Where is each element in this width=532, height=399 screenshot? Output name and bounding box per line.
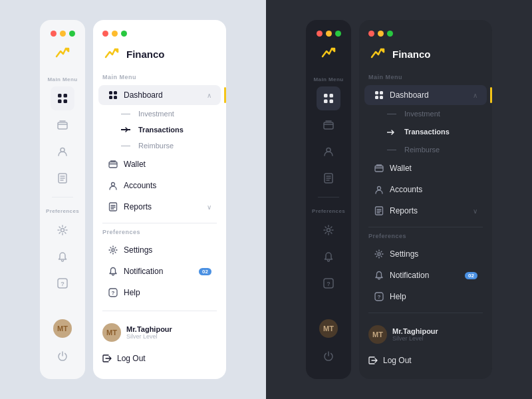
menu-settings-dark[interactable]: Settings: [364, 244, 487, 264]
narrow-avatar-light[interactable]: MT: [53, 319, 72, 338]
wallet-label-light: Wallet: [124, 160, 146, 169]
notification-label-light: Notification: [124, 267, 163, 276]
menu-wallet-dark[interactable]: Wallet: [364, 158, 487, 178]
narrow-help-light[interactable]: ?: [51, 271, 74, 295]
svg-point-17: [112, 249, 114, 251]
menu-dashboard-light[interactable]: Dashboard ∧: [98, 85, 221, 105]
sub-line-light: [121, 114, 130, 114]
narrow-wallet-dark[interactable]: [317, 113, 340, 137]
app-name-light: Financo: [126, 49, 165, 60]
logout-dark[interactable]: Log Out: [359, 350, 492, 370]
menu-accounts-light[interactable]: Accounts: [98, 176, 221, 196]
active-indicator-dark: [490, 87, 492, 103]
svg-rect-31: [380, 91, 383, 94]
wide-dot-red-dark[interactable]: [368, 31, 374, 37]
app-name-dark: Financo: [392, 49, 431, 60]
reports-label-dark: Reports: [390, 206, 418, 215]
sub-line-dark: [387, 114, 396, 114]
svg-rect-12: [109, 96, 112, 99]
divider2-light: [102, 311, 217, 311]
user-name-light: Mr.Taghipour: [126, 325, 172, 333]
wide-dot-green-light[interactable]: [121, 31, 127, 37]
menu-reports-dark[interactable]: Reports ∨: [364, 201, 487, 221]
logout-light[interactable]: Log Out: [93, 348, 226, 368]
sub-reimburse-dark[interactable]: Reimburse: [368, 142, 487, 157]
wide-titlebar-dark: [359, 31, 492, 45]
narrow-settings-light[interactable]: [51, 218, 74, 242]
settings-menu-icon-light: [108, 245, 118, 255]
narrow-notification-light[interactable]: [51, 245, 74, 269]
wide-titlebar-light: [93, 31, 226, 45]
divider-light: [102, 223, 217, 223]
dashboard-menu-icon-dark: [374, 90, 384, 100]
reports-menu-icon-light: [108, 201, 118, 212]
accounts-label-dark: Accounts: [390, 185, 422, 194]
logo-icon-narrow-dark: [320, 45, 337, 71]
dot-yellow-dark[interactable]: [326, 31, 332, 37]
svg-rect-20: [324, 94, 328, 98]
menu-settings-light[interactable]: Settings: [98, 240, 221, 260]
narrow-power-light[interactable]: [51, 344, 74, 368]
titlebar-light: [41, 31, 84, 45]
narrow-power-dark[interactable]: [317, 344, 340, 368]
dashboard-chevron-light: ∧: [207, 92, 211, 99]
narrow-dashboard-dark[interactable]: [317, 86, 340, 110]
notification-menu-icon-light: [108, 266, 118, 277]
transactions-label-light: Transactions: [138, 126, 184, 134]
narrow-sidebar-dark: Main Menu: [306, 20, 351, 379]
sub-line2-dark: [387, 150, 396, 150]
menu-notification-light[interactable]: Notification 02: [98, 261, 221, 281]
notification-label-dark: Notification: [390, 271, 429, 280]
user-profile-dark[interactable]: MT Mr.Taghipour Silver Level: [359, 319, 492, 350]
wide-dot-red-light[interactable]: [102, 31, 108, 37]
menu-accounts-dark[interactable]: Accounts: [364, 180, 487, 200]
avatar-dark: MT: [368, 325, 387, 344]
dot-red[interactable]: [51, 31, 57, 37]
pref-label-dark: Preferences: [359, 233, 492, 243]
narrow-reports-dark[interactable]: [317, 166, 340, 190]
menu-help-light[interactable]: ? Help: [98, 283, 221, 303]
menu-notification-dark[interactable]: Notification 02: [364, 265, 487, 285]
sub-arrow-dark: [387, 126, 396, 138]
svg-rect-1: [64, 94, 68, 98]
menu-reports-light[interactable]: Reports ∨: [98, 197, 221, 217]
narrow-help-dark[interactable]: ?: [317, 271, 340, 295]
menu-wallet-light[interactable]: Wallet: [98, 154, 221, 174]
wide-dot-yellow-dark[interactable]: [378, 31, 384, 37]
dot-green-dark[interactable]: [335, 31, 341, 37]
reimburse-label-dark: Reimburse: [404, 146, 440, 154]
dot-green[interactable]: [69, 31, 75, 37]
svg-rect-11: [114, 91, 117, 94]
narrow-divider-light: [52, 197, 73, 198]
menu-dashboard-dark[interactable]: Dashboard ∧: [364, 85, 487, 105]
dot-red-dark[interactable]: [317, 31, 323, 37]
narrow-wallet-light[interactable]: [51, 113, 74, 137]
narrow-accounts-light[interactable]: [51, 140, 74, 164]
menu-help-dark[interactable]: ? Help: [364, 287, 487, 307]
notification-menu-icon-dark: [374, 270, 384, 281]
narrow-reports-light[interactable]: [51, 166, 74, 190]
divider2-dark: [368, 313, 483, 313]
narrow-settings-dark[interactable]: [317, 218, 340, 242]
logo-svg-dark: [368, 45, 387, 63]
sub-investment-dark[interactable]: Investment: [368, 106, 487, 121]
wide-dot-green-dark[interactable]: [387, 31, 393, 37]
user-name-dark: Mr.Taghipour: [392, 327, 438, 335]
dark-section: Main Menu: [266, 0, 532, 399]
narrow-sidebar-light: Main Menu: [40, 20, 85, 379]
dot-yellow[interactable]: [60, 31, 66, 37]
narrow-avatar-dark[interactable]: MT: [319, 319, 338, 338]
narrow-main-label-light: Main Menu: [48, 76, 78, 82]
sub-investment-light[interactable]: Investment: [102, 106, 221, 121]
sub-transactions-light[interactable]: Transactions: [102, 122, 221, 137]
avatar-light: MT: [102, 323, 121, 342]
wide-dot-yellow-light[interactable]: [112, 31, 118, 37]
sub-transactions-dark[interactable]: Transactions: [368, 122, 487, 141]
reimburse-label-light: Reimburse: [138, 142, 174, 150]
user-profile-light[interactable]: MT Mr.Taghipour Silver Level: [93, 317, 226, 348]
sub-reimburse-light[interactable]: Reimburse: [102, 138, 221, 153]
narrow-accounts-dark[interactable]: [317, 140, 340, 164]
accounts-menu-icon-light: [108, 180, 118, 191]
narrow-dashboard-light[interactable]: [51, 86, 74, 110]
narrow-notification-dark[interactable]: [317, 245, 340, 269]
